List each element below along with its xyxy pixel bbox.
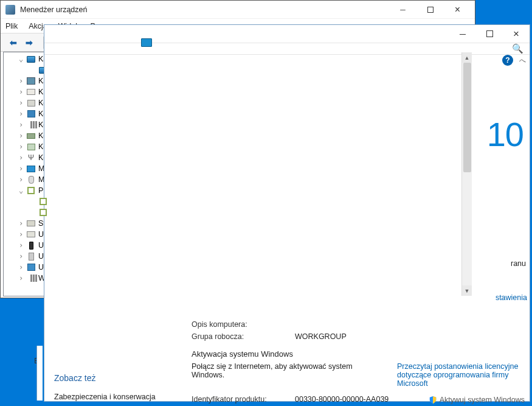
system-titlebar[interactable]: ─ × — [44, 25, 530, 43]
system-right-pane: 10 ranu stawienia Opis komputera: Grupa … — [181, 66, 530, 406]
scroll-down-button[interactable]: ▼ — [462, 285, 472, 296]
expand-icon[interactable]: › — [17, 110, 25, 118]
cpu-icon — [38, 197, 48, 206]
expand-icon[interactable]: › — [17, 142, 25, 151]
computer-icon — [26, 109, 36, 119]
scroll-up-button[interactable]: ▲ — [462, 52, 472, 63]
collapse-icon[interactable]: ⌄ — [17, 186, 25, 195]
product-id-label: Identyfikator produktu: — [192, 395, 295, 404]
audio-icon — [26, 120, 36, 130]
maximize-button[interactable] — [416, 1, 444, 18]
background-window-edge — [36, 346, 43, 401]
maximize-button[interactable] — [476, 25, 503, 43]
back-button[interactable]: ⬅ — [7, 36, 20, 49]
ide-icon — [26, 131, 36, 141]
activation-heading: Aktywacja systemu Windows — [192, 349, 519, 359]
product-id-value: 00330-80000-00000-AA039 — [295, 395, 389, 404]
expand-icon[interactable]: › — [17, 77, 25, 85]
expand-icon[interactable]: › — [17, 230, 25, 239]
expand-icon[interactable]: › — [17, 175, 25, 184]
expand-icon[interactable]: › — [17, 219, 25, 228]
port-icon — [26, 251, 36, 261]
expand-icon[interactable]: › — [17, 263, 25, 271]
mouse-icon — [26, 175, 36, 184]
license-terms-link[interactable]: Przeczytaj postanowienia licencyjne doty… — [397, 362, 518, 388]
computer-description-label: Opis komputera: — [192, 320, 295, 329]
expand-icon[interactable]: › — [17, 274, 25, 282]
search-icon[interactable]: 🔍 — [512, 43, 523, 54]
shield-icon — [429, 396, 437, 404]
collapse-icon[interactable]: ⌄ — [17, 55, 25, 63]
vertical-scrollbar[interactable]: ▲ ▼ — [461, 52, 472, 296]
audio-icon — [26, 273, 36, 283]
expand-icon[interactable]: › — [17, 121, 25, 129]
cpu-icon — [38, 208, 48, 217]
expand-icon[interactable]: › — [17, 164, 25, 173]
minimize-button[interactable]: ─ — [449, 25, 476, 43]
phone-icon — [26, 240, 36, 250]
partial-text-ranu: ranu — [511, 259, 526, 268]
system-helpbar: ? へ — [44, 55, 530, 66]
cpu-icon — [26, 186, 36, 195]
storage-icon — [26, 142, 36, 152]
disk-icon — [26, 219, 36, 228]
workgroup-value: WORKGROUP — [295, 332, 347, 341]
chevron-up-icon[interactable]: へ — [519, 56, 526, 65]
expand-icon[interactable]: › — [17, 153, 25, 162]
expand-icon[interactable]: › — [17, 88, 25, 96]
hid-icon — [26, 229, 36, 239]
activate-windows-text: Aktywuj system Windows — [440, 396, 525, 404]
monitor-icon — [26, 164, 36, 173]
close-button[interactable]: × — [503, 25, 530, 43]
dm-title: Menedżer urządzeń — [20, 5, 389, 14]
activate-windows-watermark[interactable]: Aktywuj system Windows — [429, 396, 525, 404]
net-icon — [26, 76, 36, 86]
sys-icon — [26, 262, 36, 272]
dm-titlebar[interactable]: Menedżer urządzeń ─ × — [1, 1, 475, 19]
expand-icon[interactable]: › — [17, 241, 25, 250]
device-manager-icon — [5, 5, 15, 15]
print-icon — [26, 98, 36, 108]
system-addressbar: 🔍 — [44, 43, 530, 55]
expand-icon[interactable]: › — [17, 131, 25, 140]
expand-icon[interactable]: › — [17, 99, 25, 107]
scroll-thumb[interactable] — [463, 63, 471, 172]
system-left-pane: Zobacz też Zabezpieczenia i konserwacja — [44, 66, 181, 406]
activation-message: Połącz się z Internetem, aby aktywować s… — [192, 362, 386, 388]
kbd-icon — [26, 87, 36, 97]
workgroup-label: Grupa robocza: — [192, 332, 295, 341]
help-icon[interactable]: ? — [502, 55, 513, 66]
system-window: ─ × 🔍 ? へ Zobacz też Zabezpieczenia i ko… — [44, 24, 530, 402]
security-maintenance-link[interactable]: Zabezpieczenia i konserwacja — [54, 393, 171, 401]
windows-logo-10: 10 — [487, 114, 523, 154]
partial-link-settings[interactable]: stawienia — [496, 293, 527, 302]
see-also-heading: Zobacz też — [54, 373, 171, 383]
minimize-button[interactable]: ─ — [389, 1, 416, 18]
expand-icon[interactable]: › — [17, 252, 25, 261]
menu-file[interactable]: Plik — [5, 22, 18, 30]
close-button[interactable]: × — [444, 1, 471, 18]
forward-button[interactable]: ➡ — [22, 36, 36, 49]
display-icon — [26, 54, 36, 64]
usb-icon: Ψ — [26, 153, 36, 163]
